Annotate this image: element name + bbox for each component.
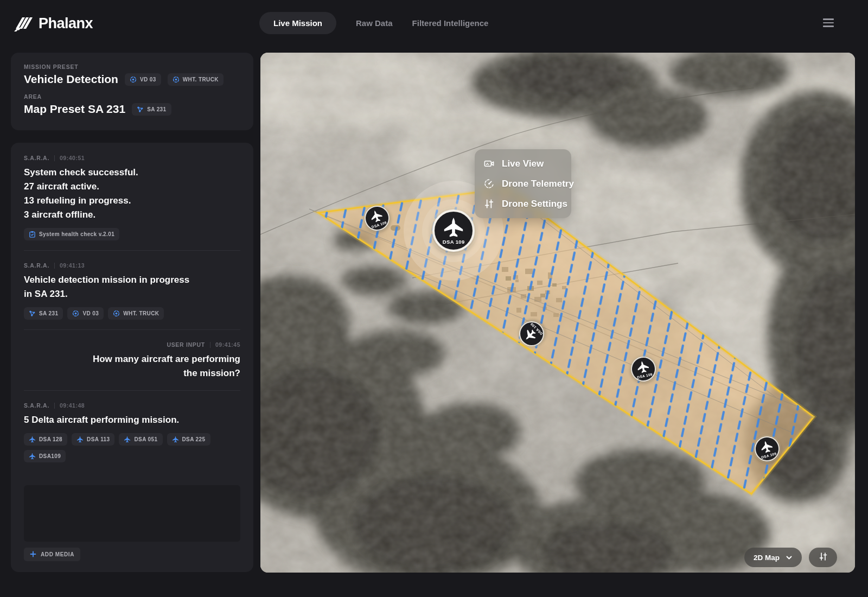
tag-chip[interactable]: VD 03	[67, 307, 104, 320]
tag-chip[interactable]: SA 231	[24, 307, 63, 320]
clipboard-check-icon	[29, 231, 36, 238]
map-settings-button[interactable]	[809, 548, 837, 567]
tab-filtered-intelligence[interactable]: Filtered Intelligence	[412, 12, 489, 34]
tag-chip[interactable]: WHT. TRUCK	[108, 307, 164, 320]
terrain-art	[260, 53, 855, 573]
assistant-message: S.A.R.A.09:41:13Vehicle detection missio…	[24, 262, 240, 320]
divider	[54, 155, 55, 161]
menu-icon[interactable]	[823, 18, 834, 27]
message-text: 5 Delta aircraft performing mission.	[24, 413, 240, 427]
chevron-down-icon	[786, 554, 793, 561]
drone-marker-selected[interactable]: DSA 109	[432, 209, 475, 252]
brand-logo: Phalanx	[12, 14, 93, 33]
area-title: Map Preset SA 231	[24, 103, 125, 116]
message-text: How many aircraft are performingthe miss…	[24, 352, 240, 380]
phalanx-logo-icon	[12, 14, 34, 33]
crosshair-icon	[113, 310, 120, 317]
divider	[24, 250, 240, 251]
menu-item-live-view[interactable]: Live View	[480, 154, 566, 174]
message-timestamp: 09:41:48	[60, 402, 85, 409]
chat-panel: S.A.R.A.09:40:51System check successful.…	[11, 143, 253, 572]
message-sender: S.A.R.A.	[24, 402, 49, 409]
divider	[210, 342, 210, 348]
polygon-icon	[29, 310, 36, 317]
gauge-icon	[483, 178, 495, 189]
mission-preset-title: Vehicle Detection	[24, 73, 118, 86]
top-bar: Phalanx Live Mission Raw Data Filtered I…	[0, 0, 868, 53]
message-timestamp: 09:41:13	[60, 262, 85, 269]
divider	[24, 329, 240, 330]
crosshair-icon	[173, 76, 180, 83]
sliders-icon	[818, 551, 828, 563]
divider	[54, 263, 55, 269]
drone-id: DSA 109	[443, 239, 465, 245]
divider	[24, 390, 240, 391]
polygon-icon	[137, 106, 144, 113]
sliders-icon	[483, 198, 495, 209]
tab-raw-data[interactable]: Raw Data	[356, 12, 393, 34]
assistant-message: S.A.R.A.09:41:485 Delta aircraft perform…	[24, 402, 240, 462]
message-text: Vehicle detection mission in progressin …	[24, 273, 240, 301]
chat-input[interactable]	[24, 485, 240, 542]
drone-context-menu: Live View Drone Telemetry Drone Settings	[475, 149, 571, 218]
message-timestamp: 09:40:51	[60, 155, 85, 161]
menu-item-drone-telemetry[interactable]: Drone Telemetry	[480, 174, 566, 194]
message-sender: S.A.R.A.	[24, 155, 49, 161]
message-sender: S.A.R.A.	[24, 262, 49, 269]
plus-icon	[30, 551, 37, 558]
tag-chip[interactable]: DSA 113	[72, 433, 114, 446]
map-mode-dropdown[interactable]: 2D Map	[744, 548, 802, 567]
chat-message-list: S.A.R.A.09:40:51System check successful.…	[24, 155, 240, 472]
tag-chip[interactable]: DSA 128	[24, 433, 67, 446]
tab-live-mission[interactable]: Live Mission	[259, 12, 336, 34]
add-media-button[interactable]: ADD MEDIA	[24, 548, 80, 561]
main-nav: Live Mission Raw Data Filtered Intellige…	[259, 12, 488, 34]
brand-name: Phalanx	[39, 15, 93, 32]
crosshair-icon	[72, 310, 79, 317]
area-label: AREA	[24, 93, 240, 100]
plane-icon	[172, 436, 179, 443]
tag-chip[interactable]: DSA 051	[119, 433, 162, 446]
video-icon	[483, 158, 495, 169]
tag-chip[interactable]: DSA 225	[167, 433, 210, 446]
user-message: USER INPUT09:41:45How many aircraft are …	[24, 341, 240, 380]
divider	[54, 403, 55, 409]
menu-item-drone-settings[interactable]: Drone Settings	[480, 194, 566, 214]
message-text: System check successful.27 aircraft acti…	[24, 166, 240, 222]
tag-chip[interactable]: VD 03	[125, 73, 161, 86]
plane-icon	[76, 436, 84, 443]
tag-chip[interactable]: SA 231	[132, 103, 171, 116]
mission-panel: MISSION PRESET Vehicle Detection VD 03 W…	[11, 53, 253, 130]
satellite-map[interactable]: DSA 109 DSA 109 DSA 109 DSA 109 DSA 109 …	[260, 53, 855, 573]
tag-chip[interactable]: DSA109	[24, 450, 66, 462]
assistant-message: S.A.R.A.09:40:51System check successful.…	[24, 155, 240, 240]
mission-preset-label: MISSION PRESET	[24, 63, 240, 70]
plane-icon	[443, 217, 464, 238]
message-sender: USER INPUT	[167, 341, 205, 348]
message-timestamp: 09:41:45	[215, 341, 240, 348]
plane-icon	[29, 436, 36, 443]
tag-chip[interactable]: System health check v.2.01	[24, 228, 119, 240]
plane-icon	[124, 436, 131, 443]
tag-chip[interactable]: WHT. TRUCK	[168, 73, 224, 86]
plane-icon	[29, 453, 36, 460]
crosshair-icon	[130, 76, 137, 83]
